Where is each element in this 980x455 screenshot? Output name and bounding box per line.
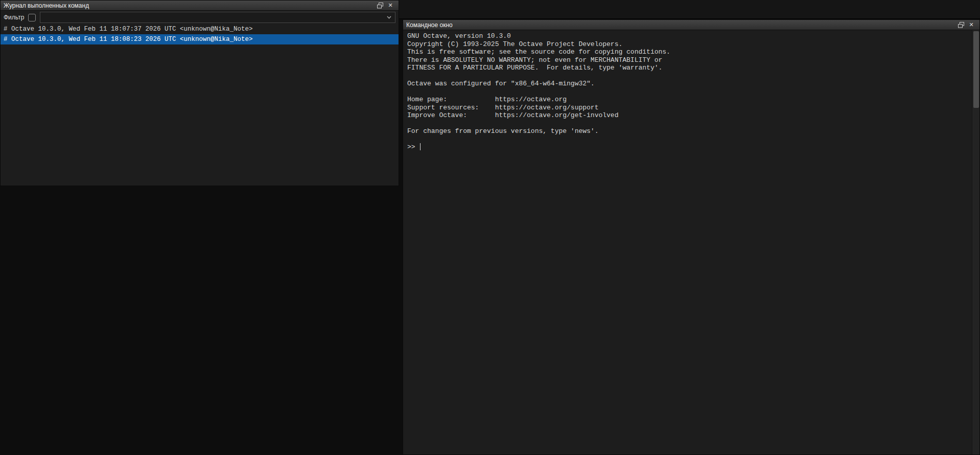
- prompt-symbol: >>: [407, 143, 415, 151]
- command-window-title: Командное окно: [406, 21, 453, 29]
- terminal-output[interactable]: GNU Octave, version 10.3.0 Copyright (C)…: [407, 32, 968, 452]
- octave-main-window: Текущая папка: C:\Users\Nika\Desktop\it-…: [0, 0, 980, 455]
- scrollbar-thumb[interactable]: [973, 31, 979, 108]
- history-titlebar: Журнал выполненных команд ✕: [1, 1, 399, 11]
- history-title: Журнал выполненных команд: [4, 2, 89, 9]
- command-history-panel: Журнал выполненных команд ✕ Фильтр # Oct…: [0, 0, 399, 186]
- vertical-scrollbar[interactable]: [972, 30, 979, 454]
- history-filter-row: Фильтр: [1, 11, 399, 24]
- command-prompt-line[interactable]: >>: [407, 143, 968, 151]
- undock-button[interactable]: [956, 21, 966, 29]
- undock-button[interactable]: [375, 2, 385, 10]
- close-icon: ✕: [388, 3, 392, 8]
- close-button[interactable]: ✕: [385, 2, 395, 10]
- text-cursor: [420, 143, 421, 150]
- history-filter-combobox[interactable]: [40, 12, 395, 23]
- close-button[interactable]: ✕: [966, 21, 976, 29]
- close-icon: ✕: [969, 22, 973, 28]
- filter-label: Фильтр: [4, 14, 24, 21]
- command-window-panel: Командное окно ✕ GNU Octave, version 10.…: [403, 19, 980, 455]
- undock-icon: [958, 22, 964, 28]
- undock-icon: [377, 3, 383, 9]
- history-item[interactable]: # Octave 10.3.0, Wed Feb 11 18:08:23 202…: [1, 34, 399, 44]
- command-window-titlebar: Командное окно ✕: [403, 20, 979, 30]
- octave-banner: GNU Octave, version 10.3.0 Copyright (C)…: [407, 32, 968, 135]
- chevron-down-icon: [384, 16, 391, 19]
- filter-checkbox[interactable]: [28, 14, 36, 21]
- history-list: # Octave 10.3.0, Wed Feb 11 18:07:37 202…: [1, 24, 399, 44]
- history-item[interactable]: # Octave 10.3.0, Wed Feb 11 18:07:37 202…: [1, 24, 399, 34]
